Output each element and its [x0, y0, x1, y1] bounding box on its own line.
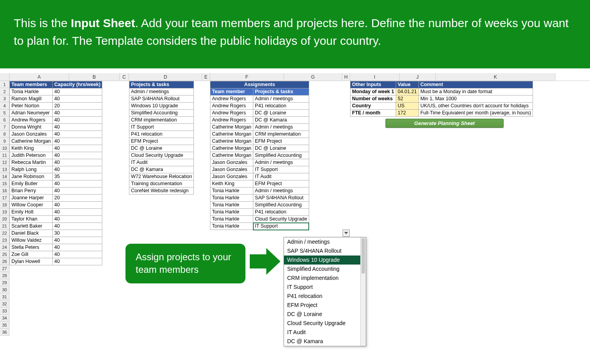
column-header-J[interactable]: J: [400, 73, 436, 81]
projects-table[interactable]: Projects & tasks Admin / meetingsSAP S/4…: [129, 81, 194, 195]
column-header-A[interactable]: A: [9, 73, 69, 81]
row-header-36[interactable]: 36: [0, 329, 9, 336]
row-header-21[interactable]: 21: [0, 222, 9, 230]
table-row[interactable]: EFM Project: [129, 138, 194, 145]
table-row[interactable]: Emily Holt40: [10, 209, 102, 216]
team-member-capacity[interactable]: 40: [53, 251, 102, 258]
table-row[interactable]: Keith KingEFM Project: [210, 180, 309, 188]
row-header-34[interactable]: 34: [0, 314, 9, 322]
team-member-capacity[interactable]: 40: [53, 244, 102, 251]
table-row[interactable]: Ralph Long40: [10, 166, 102, 173]
table-row[interactable]: Jason GonzalesIT Audit: [210, 173, 309, 180]
team-member-capacity[interactable]: 40: [53, 223, 102, 230]
assignment-project[interactable]: Admin / meetings: [253, 96, 309, 103]
table-row[interactable]: Judith Peterson40: [10, 152, 102, 159]
select-all-corner[interactable]: [0, 73, 9, 81]
table-row[interactable]: CountryUSUK/US, other Countries don't ac…: [350, 103, 533, 110]
assignment-member[interactable]: Catherine Morgan: [210, 124, 253, 131]
scrollbar-thumb[interactable]: [361, 238, 365, 274]
other-input-value[interactable]: 52: [396, 96, 419, 103]
row-header-4[interactable]: 4: [0, 102, 9, 109]
assignment-project[interactable]: P41 relocation: [253, 209, 309, 216]
team-member-name[interactable]: Scarlett Baker: [10, 223, 53, 230]
team-member-name[interactable]: Daniel Black: [10, 230, 53, 237]
other-input-value[interactable]: US: [396, 103, 419, 110]
assignment-project[interactable]: Admin / meetings: [253, 159, 309, 166]
column-header-B[interactable]: B: [69, 73, 120, 81]
table-row[interactable]: Peter Norton20: [10, 103, 102, 110]
assignment-project[interactable]: Simplified Accounting: [253, 152, 309, 159]
team-member-name[interactable]: Catherine Morgan: [10, 138, 53, 145]
project-name[interactable]: DC @ Kamara: [129, 166, 194, 173]
column-header-E[interactable]: E: [202, 73, 210, 81]
assignment-member[interactable]: Andrew Rogers: [210, 103, 253, 110]
dropdown-option[interactable]: P41 relocation: [284, 292, 366, 301]
team-member-capacity[interactable]: 20: [53, 195, 102, 202]
other-input-value[interactable]: 04.01.21: [396, 88, 419, 96]
row-header-8[interactable]: 8: [0, 131, 9, 138]
team-member-capacity[interactable]: 40: [53, 258, 102, 265]
assignment-project[interactable]: IT Support: [253, 223, 309, 230]
table-row[interactable]: Catherine MorganEFM Project: [210, 138, 309, 145]
project-name[interactable]: SAP S/4HANA Rollout: [129, 96, 194, 103]
table-row[interactable]: Tonia HarkleCloud Security Upgrade: [210, 216, 309, 223]
table-row[interactable]: DC @ Kamara: [129, 166, 194, 173]
table-row[interactable]: Willow Cooper40: [10, 202, 102, 209]
team-member-capacity[interactable]: 30: [53, 230, 102, 237]
table-row[interactable]: Monday of week 104.01.21Must be a Monday…: [350, 88, 533, 96]
table-row[interactable]: Tonia HarkleIT Support: [210, 223, 309, 230]
assignment-member[interactable]: Catherine Morgan: [210, 152, 253, 159]
team-member-name[interactable]: Dylan Howell: [10, 258, 53, 265]
row-header-19[interactable]: 19: [0, 208, 9, 215]
table-row[interactable]: Training documentation: [129, 180, 194, 188]
team-member-capacity[interactable]: 20: [53, 103, 102, 110]
team-member-capacity[interactable]: 40: [53, 117, 102, 124]
dropdown-option[interactable]: DC @ Loraine: [284, 310, 366, 319]
assignment-project[interactable]: CRM implementation: [253, 131, 309, 138]
team-member-name[interactable]: Jane Robinson: [10, 173, 53, 180]
row-header-29[interactable]: 29: [0, 279, 9, 286]
other-inputs-table[interactable]: Other Inputs Value Comment Monday of wee…: [350, 81, 533, 117]
team-member-capacity[interactable]: 40: [53, 88, 102, 96]
team-member-name[interactable]: Willow Valdez: [10, 237, 53, 244]
row-header-17[interactable]: 17: [0, 194, 9, 201]
dropdown-option[interactable]: Cloud Security Upgrade: [284, 319, 366, 328]
row-header-16[interactable]: 16: [0, 187, 9, 194]
row-header-31[interactable]: 31: [0, 293, 9, 300]
team-member-name[interactable]: Judith Peterson: [10, 152, 53, 159]
table-row[interactable]: Zoe Gill40: [10, 251, 102, 258]
assignments-table[interactable]: Assignments Team member Projects & tasks…: [210, 81, 309, 230]
dropdown-option[interactable]: DC @ Kamara: [284, 337, 366, 346]
dropdown-option[interactable]: CRM implementation: [284, 274, 366, 283]
team-member-capacity[interactable]: 40: [53, 159, 102, 166]
dropdown-option[interactable]: EFM Project: [284, 301, 366, 310]
assignment-project[interactable]: IT Support: [253, 166, 309, 173]
table-row[interactable]: Ramon Magill40: [10, 96, 102, 103]
table-row[interactable]: CoreNet Website redesign: [129, 188, 194, 195]
row-header-15[interactable]: 15: [0, 180, 9, 187]
project-name[interactable]: P41 relocation: [129, 131, 194, 138]
assignment-project[interactable]: DC @ Kamara: [253, 117, 309, 124]
project-name[interactable]: Simplified Accounting: [129, 110, 194, 117]
column-header-F[interactable]: F: [210, 73, 284, 81]
table-row[interactable]: Tonia HarkleAdmin / meetings: [210, 188, 309, 195]
assignment-member[interactable]: Tonia Harkle: [210, 223, 253, 230]
table-row[interactable]: Stella Peters40: [10, 244, 102, 251]
assignment-member[interactable]: Tonia Harkle: [210, 209, 253, 216]
row-header-30[interactable]: 30: [0, 286, 9, 293]
row-header-5[interactable]: 5: [0, 109, 9, 116]
table-row[interactable]: Dylan Howell40: [10, 258, 102, 265]
row-header-27[interactable]: 27: [0, 265, 9, 272]
team-member-capacity[interactable]: 35: [53, 173, 102, 180]
assignment-member[interactable]: Tonia Harkle: [210, 188, 253, 195]
team-member-name[interactable]: Taylor Khan: [10, 216, 53, 223]
team-member-capacity[interactable]: 40: [53, 110, 102, 117]
table-row[interactable]: Catherine MorganSimplified Accounting: [210, 152, 309, 159]
row-header-25[interactable]: 25: [0, 251, 9, 258]
assignment-member[interactable]: Catherine Morgan: [210, 138, 253, 145]
table-row[interactable]: Andrew RogersP41 relocation: [210, 103, 309, 110]
row-header-10[interactable]: 10: [0, 145, 9, 152]
dropdown-option[interactable]: Admin / meetings: [284, 237, 366, 246]
team-member-capacity[interactable]: 40: [53, 145, 102, 152]
row-header-3[interactable]: 3: [0, 95, 9, 102]
